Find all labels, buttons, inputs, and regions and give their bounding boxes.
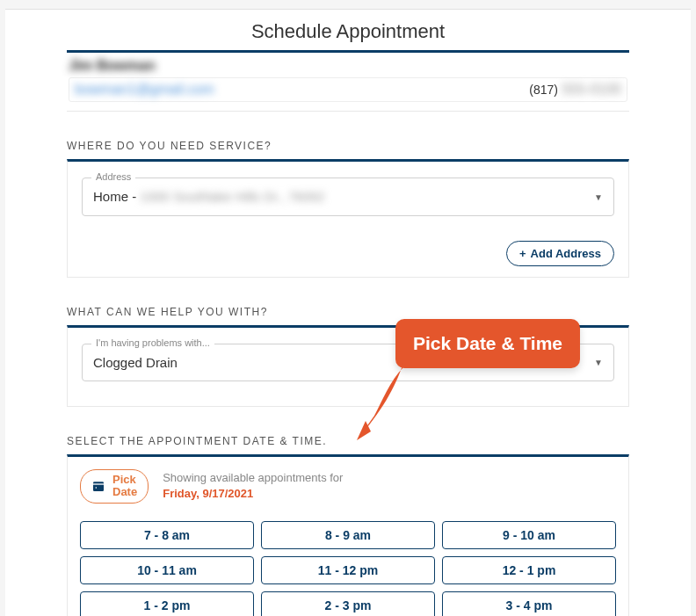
where-card: Address Home - 1000 Southlake Hills Dr.,… [67,159,629,278]
problem-field-label: I'm having problems with... [91,337,214,348]
svg-rect-1 [95,487,98,489]
callout-text: Pick Date & Time [395,319,580,368]
time-slot-button[interactable]: 10 - 11 am [80,556,254,584]
time-slots-grid: 7 - 8 am8 - 9 am9 - 10 am10 - 11 am11 - … [80,521,616,616]
callout-arrow-icon [355,363,417,442]
customer-email: bowman1@gmail.com [75,82,214,98]
section-label-date: SELECT THE APPOINTMENT DATE & TIME. [67,416,629,454]
time-slot-button[interactable]: 9 - 10 am [442,521,616,549]
showing-date: Friday, 9/17/2021 [163,486,343,502]
time-slot-button[interactable]: 7 - 8 am [80,521,254,549]
calendar-icon [91,479,105,493]
phone-area-code: (817) [529,83,558,97]
add-address-label: Add Address [531,247,601,260]
plus-icon: + [519,247,526,260]
customer-phone: (817) 555-0100 [529,82,621,98]
section-label-where: WHERE DO YOU NEED SERVICE? [67,120,629,159]
chevron-down-icon: ▼ [594,358,603,367]
time-slot-button[interactable]: 1 - 2 pm [80,591,254,616]
address-value-rest: 1000 Southlake Hills Dr., 76092 [140,189,324,204]
showing-prefix: Showing available appointments for [163,470,343,486]
time-slot-button[interactable]: 8 - 9 am [261,521,435,549]
page-title: Schedule Appointment [67,10,629,50]
phone-number: 555-0100 [562,82,621,97]
chevron-down-icon: ▼ [594,192,603,202]
date-card: Pick Date Showing available appointments… [67,454,629,616]
add-address-button[interactable]: + Add Address [506,241,614,266]
time-slot-button[interactable]: 2 - 3 pm [261,591,435,616]
annotation-callout: Pick Date & Time [395,319,580,368]
customer-name: Jim Bowman [69,58,156,74]
address-select[interactable]: Address Home - 1000 Southlake Hills Dr.,… [82,178,614,216]
address-value-prefix: Home - [93,189,140,204]
pick-date-label: Pick Date [112,474,137,499]
pick-date-button[interactable]: Pick Date [80,469,149,504]
time-slot-button[interactable]: 11 - 12 pm [261,556,435,584]
problem-value: Clogged Drain [93,355,178,370]
time-slot-button[interactable]: 12 - 1 pm [442,556,616,584]
customer-info-panel: Jim Bowman bowman1@gmail.com (817) 555-0… [67,50,629,112]
time-slot-button[interactable]: 3 - 4 pm [442,591,616,616]
address-field-label: Address [91,171,135,182]
showing-date-text: Showing available appointments for Frida… [163,470,343,502]
